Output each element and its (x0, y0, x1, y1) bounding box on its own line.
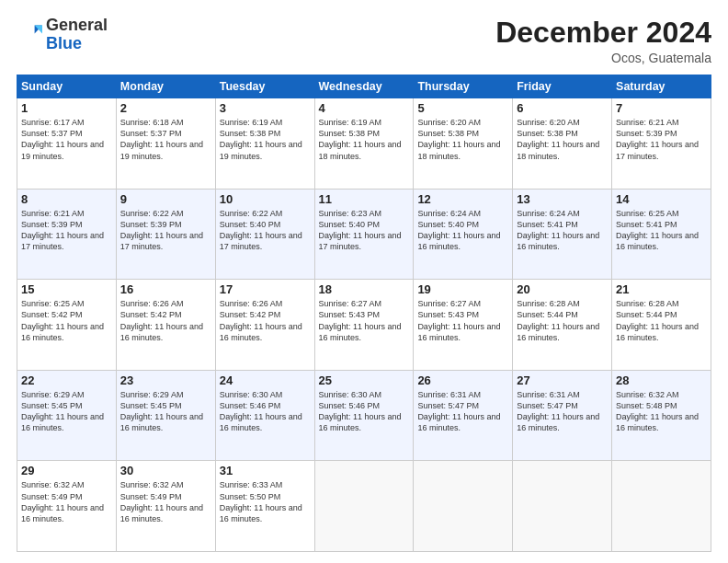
day-info: Sunrise: 6:19 AMSunset: 5:38 PMDaylight:… (220, 117, 311, 162)
page: General Blue December 2024 Ocos, Guatema… (0, 0, 728, 563)
day-info: Sunrise: 6:32 AMSunset: 5:49 PMDaylight:… (120, 479, 211, 524)
day-number: 6 (517, 101, 608, 115)
day-info: Sunrise: 6:22 AMSunset: 5:39 PMDaylight:… (120, 208, 211, 253)
day-cell-8: 8Sunrise: 6:21 AMSunset: 5:39 PMDaylight… (17, 189, 117, 280)
day-cell-15: 15Sunrise: 6:25 AMSunset: 5:42 PMDayligh… (17, 280, 117, 371)
day-number: 21 (616, 282, 707, 296)
day-cell-5: 5Sunrise: 6:20 AMSunset: 5:38 PMDaylight… (414, 98, 513, 190)
day-info: Sunrise: 6:33 AMSunset: 5:50 PMDaylight:… (220, 479, 311, 524)
day-cell-2: 2Sunrise: 6:18 AMSunset: 5:37 PMDaylight… (116, 98, 215, 190)
calendar: SundayMondayTuesdayWednesdayThursdayFrid… (17, 75, 711, 552)
day-number: 18 (319, 282, 410, 296)
logo-general: General (46, 16, 108, 34)
day-cell-12: 12Sunrise: 6:24 AMSunset: 5:40 PMDayligh… (414, 189, 513, 280)
day-number: 29 (21, 464, 112, 477)
day-cell-21: 21Sunrise: 6:28 AMSunset: 5:44 PMDayligh… (612, 280, 711, 371)
day-info: Sunrise: 6:21 AMSunset: 5:39 PMDaylight:… (616, 117, 707, 162)
day-cell-11: 11Sunrise: 6:23 AMSunset: 5:40 PMDayligh… (314, 189, 414, 280)
day-cell-26: 26Sunrise: 6:31 AMSunset: 5:47 PMDayligh… (414, 370, 513, 461)
day-cell-29: 29Sunrise: 6:32 AMSunset: 5:49 PMDayligh… (17, 461, 117, 552)
day-info: Sunrise: 6:25 AMSunset: 5:42 PMDaylight:… (21, 298, 112, 343)
day-number: 13 (517, 192, 608, 206)
day-number: 16 (120, 282, 211, 296)
day-cell-4: 4Sunrise: 6:19 AMSunset: 5:38 PMDaylight… (314, 98, 414, 190)
day-cell-18: 18Sunrise: 6:27 AMSunset: 5:43 PMDayligh… (314, 280, 414, 371)
day-number: 12 (417, 192, 508, 206)
day-info: Sunrise: 6:32 AMSunset: 5:49 PMDaylight:… (21, 479, 112, 524)
day-info: Sunrise: 6:24 AMSunset: 5:41 PMDaylight:… (517, 208, 608, 253)
day-info: Sunrise: 6:27 AMSunset: 5:43 PMDaylight:… (417, 298, 508, 343)
day-header-tuesday: Tuesday (215, 75, 314, 98)
day-header-sunday: Sunday (17, 75, 117, 98)
day-number: 27 (517, 373, 608, 387)
day-number: 7 (616, 101, 707, 115)
day-header-saturday: Saturday (612, 75, 711, 98)
day-number: 2 (120, 101, 211, 115)
day-header-wednesday: Wednesday (314, 75, 414, 98)
day-cell-13: 13Sunrise: 6:24 AMSunset: 5:41 PMDayligh… (513, 189, 612, 280)
day-number: 5 (417, 101, 508, 115)
day-cell-14: 14Sunrise: 6:25 AMSunset: 5:41 PMDayligh… (612, 189, 711, 280)
day-info: Sunrise: 6:22 AMSunset: 5:40 PMDaylight:… (220, 208, 311, 253)
day-number: 26 (417, 373, 508, 387)
logo-text: General Blue (46, 17, 108, 53)
calendar-body: 1Sunrise: 6:17 AMSunset: 5:37 PMDaylight… (17, 98, 711, 552)
day-info: Sunrise: 6:30 AMSunset: 5:46 PMDaylight:… (220, 389, 311, 434)
day-header-monday: Monday (116, 75, 215, 98)
day-cell-7: 7Sunrise: 6:21 AMSunset: 5:39 PMDaylight… (612, 98, 711, 190)
day-number: 24 (220, 373, 311, 387)
day-info: Sunrise: 6:18 AMSunset: 5:37 PMDaylight:… (120, 117, 211, 162)
day-cell-19: 19Sunrise: 6:27 AMSunset: 5:43 PMDayligh… (414, 280, 513, 371)
day-info: Sunrise: 6:28 AMSunset: 5:44 PMDaylight:… (517, 298, 608, 343)
week-row-1: 1Sunrise: 6:17 AMSunset: 5:37 PMDaylight… (17, 98, 711, 190)
day-number: 14 (616, 192, 707, 206)
day-number: 8 (21, 192, 112, 206)
day-cell-23: 23Sunrise: 6:29 AMSunset: 5:45 PMDayligh… (116, 370, 215, 461)
day-info: Sunrise: 6:27 AMSunset: 5:43 PMDaylight:… (319, 298, 410, 343)
day-number: 30 (120, 464, 211, 477)
day-cell-16: 16Sunrise: 6:26 AMSunset: 5:42 PMDayligh… (116, 280, 215, 371)
day-header-thursday: Thursday (414, 75, 513, 98)
day-number: 9 (120, 192, 211, 206)
day-number: 11 (319, 192, 410, 206)
day-cell-25: 25Sunrise: 6:30 AMSunset: 5:46 PMDayligh… (314, 370, 414, 461)
logo: General Blue (17, 17, 108, 53)
week-row-2: 8Sunrise: 6:21 AMSunset: 5:39 PMDaylight… (17, 189, 711, 280)
day-cell-28: 28Sunrise: 6:32 AMSunset: 5:48 PMDayligh… (612, 370, 711, 461)
day-info: Sunrise: 6:30 AMSunset: 5:46 PMDaylight:… (319, 389, 410, 434)
header: General Blue December 2024 Ocos, Guatema… (17, 17, 711, 65)
week-row-4: 22Sunrise: 6:29 AMSunset: 5:45 PMDayligh… (17, 370, 711, 461)
day-number: 17 (220, 282, 311, 296)
day-number: 25 (319, 373, 410, 387)
day-info: Sunrise: 6:31 AMSunset: 5:47 PMDaylight:… (417, 389, 508, 434)
day-cell-1: 1Sunrise: 6:17 AMSunset: 5:37 PMDaylight… (17, 98, 117, 190)
day-info: Sunrise: 6:17 AMSunset: 5:37 PMDaylight:… (21, 117, 112, 162)
empty-cell (414, 461, 513, 552)
day-info: Sunrise: 6:20 AMSunset: 5:38 PMDaylight:… (417, 117, 508, 162)
logo-blue: Blue (46, 34, 82, 52)
day-cell-9: 9Sunrise: 6:22 AMSunset: 5:39 PMDaylight… (116, 189, 215, 280)
day-cell-27: 27Sunrise: 6:31 AMSunset: 5:47 PMDayligh… (513, 370, 612, 461)
day-cell-20: 20Sunrise: 6:28 AMSunset: 5:44 PMDayligh… (513, 280, 612, 371)
day-info: Sunrise: 6:26 AMSunset: 5:42 PMDaylight:… (220, 298, 311, 343)
day-info: Sunrise: 6:31 AMSunset: 5:47 PMDaylight:… (517, 389, 608, 434)
week-row-5: 29Sunrise: 6:32 AMSunset: 5:49 PMDayligh… (17, 461, 711, 552)
week-row-3: 15Sunrise: 6:25 AMSunset: 5:42 PMDayligh… (17, 280, 711, 371)
day-number: 20 (517, 282, 608, 296)
day-number: 4 (319, 101, 410, 115)
day-number: 28 (616, 373, 707, 387)
empty-cell (513, 461, 612, 552)
day-number: 22 (21, 373, 112, 387)
day-info: Sunrise: 6:21 AMSunset: 5:39 PMDaylight:… (21, 208, 112, 253)
day-info: Sunrise: 6:25 AMSunset: 5:41 PMDaylight:… (616, 208, 707, 253)
empty-cell (612, 461, 711, 552)
location: Ocos, Guatemala (495, 51, 711, 65)
month-title: December 2024 (495, 17, 711, 49)
day-cell-17: 17Sunrise: 6:26 AMSunset: 5:42 PMDayligh… (215, 280, 314, 371)
empty-cell (314, 461, 414, 552)
day-number: 3 (220, 101, 311, 115)
day-cell-10: 10Sunrise: 6:22 AMSunset: 5:40 PMDayligh… (215, 189, 314, 280)
day-info: Sunrise: 6:19 AMSunset: 5:38 PMDaylight:… (319, 117, 410, 162)
day-cell-31: 31Sunrise: 6:33 AMSunset: 5:50 PMDayligh… (215, 461, 314, 552)
day-number: 15 (21, 282, 112, 296)
